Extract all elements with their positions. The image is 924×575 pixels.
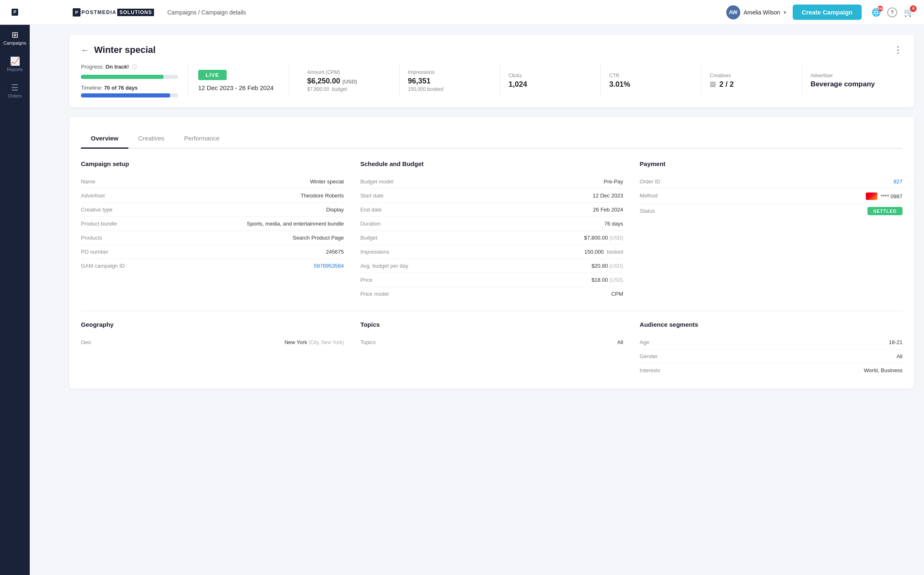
topnav-icons: 🌐 EN ? 🛒 4	[872, 7, 914, 17]
amount-value: $6,250.00 (USD)	[307, 77, 391, 86]
progress-status: On track!	[105, 64, 129, 70]
campaigns-icon: ⊞	[12, 31, 19, 39]
tab-performance[interactable]: Performance	[174, 129, 230, 149]
create-campaign-button[interactable]: Create Campaign	[793, 5, 862, 20]
field-avg-budget: Avg. budget per day $20.80 (USD)	[360, 259, 623, 273]
stat-clicks: Clicks 1,024	[500, 64, 601, 97]
field-advertiser: Advertiser Theodore Roberts	[81, 189, 344, 203]
audience-segments-section: Audience segments Age 18-21 Gender All I…	[640, 321, 903, 377]
timeline-bar-bg	[81, 93, 178, 97]
ctr-label: CTR	[609, 73, 693, 78]
detail-card: Overview Creatives Performance Campaign …	[69, 117, 914, 389]
avatar: AW	[726, 5, 740, 19]
creatives-label: Creatives	[710, 73, 794, 78]
progress-bar-bg	[81, 75, 178, 79]
advertiser-value: Beverage company	[810, 80, 894, 88]
mastercard-icon	[866, 192, 877, 200]
field-duration: Duration 76 days	[360, 217, 623, 231]
clicks-value: 1,024	[509, 80, 592, 89]
field-geo: Geo New York (City, New York)	[81, 335, 344, 349]
field-method: Method **** 0987	[640, 189, 903, 204]
impressions-value: 96,351	[408, 77, 492, 86]
sidebar: ⊞ Campaigns 📈 Reports ☰ Orders	[0, 0, 30, 575]
field-impressions: Impressions 150,000 booked	[360, 245, 623, 259]
sidebar-label-orders: Orders	[8, 93, 22, 98]
topnav: P POSTMEDIA SOLUTIONS Campaigns / Campai…	[30, 0, 924, 25]
stat-amount: Amount (CPM) $6,250.00 (USD) $7,800.00 b…	[299, 64, 400, 97]
field-gam-id: GAM campaign ID 5978953584	[81, 259, 344, 273]
main-content: ← Winter special ⋮ Progress: On track! ⓘ	[59, 25, 924, 575]
geography-section: Geography Geo New York (City, New York)	[81, 321, 344, 377]
section-divider	[81, 311, 903, 311]
field-budget-model: Budget model Pre-Pay	[360, 175, 623, 189]
tab-creatives[interactable]: Creatives	[128, 129, 174, 149]
orders-icon: ☰	[11, 83, 19, 92]
ctr-value: 3.01%	[609, 80, 693, 89]
topics-section: Topics Topics All	[360, 321, 623, 377]
field-interests: Interests World, Business	[640, 364, 903, 377]
help-icon[interactable]: ?	[887, 7, 897, 17]
progress-section: Progress: On track! ⓘ Timeline: 70 of 76…	[81, 64, 188, 97]
field-gender: Gender All	[640, 349, 903, 364]
campaign-title: Winter special	[94, 45, 156, 55]
stat-creatives: Creatives 🖼 2 / 2	[701, 64, 802, 97]
impressions-booked: 150,000 booked	[408, 86, 492, 92]
more-options-button[interactable]: ⋮	[893, 45, 903, 55]
advertiser-label: Advertiser	[810, 73, 894, 78]
campaign-header: ← Winter special ⋮	[81, 45, 903, 55]
chevron-down-icon: ▾	[784, 10, 786, 15]
payment-title: Payment	[640, 160, 903, 167]
status-badge: SETTLED	[867, 207, 903, 215]
field-start-date: Start date 12 Dec 2023	[360, 189, 623, 203]
field-products: Products Search Product Page	[81, 231, 344, 245]
field-status: Status SETTLED	[640, 204, 903, 218]
brand-name: POSTMEDIA	[81, 10, 116, 15]
logo-icon: P	[12, 9, 19, 16]
live-dates: 12 Dec 2023 - 26 Feb 2024	[198, 84, 279, 91]
campaign-setup-title: Campaign setup	[81, 160, 344, 167]
amount-label: Amount (CPM)	[307, 69, 391, 75]
globe-icon[interactable]: 🌐 EN	[872, 7, 881, 17]
field-po-number: PO number 245675	[81, 245, 344, 259]
sidebar-label-campaigns: Campaigns	[3, 40, 26, 45]
clicks-label: Clicks	[509, 73, 592, 78]
schedule-budget-title: Schedule and Budget	[360, 160, 623, 167]
payment-section: Payment Order ID 827 Method **** 0987	[640, 160, 903, 301]
campaign-stats: Progress: On track! ⓘ Timeline: 70 of 76…	[81, 64, 903, 97]
stat-ctr: CTR 3.01%	[601, 64, 701, 97]
timeline-label: Timeline: 70 of 76 days	[81, 85, 178, 91]
progress-help-icon: ⓘ	[132, 64, 137, 70]
progress-label: Progress: On track! ⓘ	[81, 64, 178, 71]
back-button[interactable]: ←	[81, 45, 89, 55]
sidebar-item-campaigns[interactable]: ⊞ Campaigns	[0, 25, 30, 51]
field-product-bundle: Product bundle Sports, media, and entert…	[81, 217, 344, 231]
stat-impressions: Impressions 96,351 150,000 booked	[400, 64, 500, 97]
payment-method-row: **** 0987	[866, 192, 903, 200]
timeline-bar-fill	[81, 93, 170, 97]
progress-bar-wrap	[81, 75, 178, 79]
tabs-row: Overview Creatives Performance	[81, 129, 903, 149]
campaign-setup-section: Campaign setup Name Winter special Adver…	[81, 160, 344, 301]
cart-icon[interactable]: 🛒 4	[904, 7, 914, 17]
brand-solutions: SOLUTIONS	[117, 9, 154, 16]
tab-overview[interactable]: Overview	[81, 129, 128, 149]
field-end-date: End date 26 Feb 2024	[360, 203, 623, 217]
brand-logo-box: P	[73, 8, 81, 17]
budget-value: $7,800.00 budget	[307, 86, 391, 92]
sidebar-label-reports: Reports	[7, 67, 23, 72]
creatives-icon: 🖼	[710, 81, 716, 88]
bottom-grid: Geography Geo New York (City, New York) …	[81, 321, 903, 377]
audience-segments-title: Audience segments	[640, 321, 903, 328]
progress-bar-fill	[81, 75, 163, 79]
user-area[interactable]: AW Amelia Wilson ▾	[726, 5, 786, 19]
sidebar-item-orders[interactable]: ☰ Orders	[0, 78, 30, 104]
field-order-id: Order ID 827	[640, 175, 903, 189]
field-topics: Topics All	[360, 335, 623, 349]
user-name: Amelia Wilson	[744, 9, 780, 16]
sidebar-item-reports[interactable]: 📈 Reports	[0, 51, 30, 78]
field-budget: Budget $7,800.00 (USD)	[360, 231, 623, 245]
geography-title: Geography	[81, 321, 344, 328]
campaign-card: ← Winter special ⋮ Progress: On track! ⓘ	[69, 35, 914, 107]
schedule-budget-section: Schedule and Budget Budget model Pre-Pay…	[360, 160, 623, 301]
campaign-title-row: ← Winter special	[81, 45, 156, 55]
